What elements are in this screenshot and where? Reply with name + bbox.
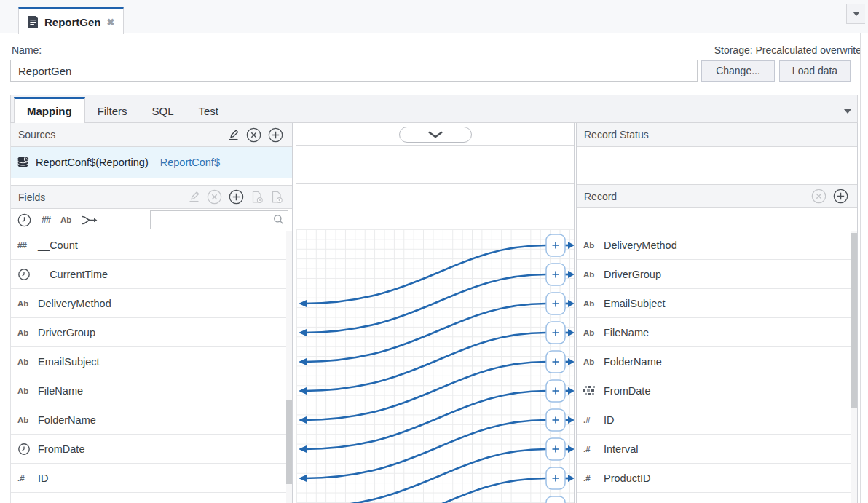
source-field-row[interactable]: AbDeliveryMethod: [11, 289, 292, 318]
mapping-connection[interactable]: [299, 409, 575, 482]
fields-scrollbar-thumb[interactable]: [286, 400, 292, 484]
mapping-connection[interactable]: [299, 380, 575, 453]
source-field-row[interactable]: ##__Count: [11, 231, 292, 260]
tab-mapping[interactable]: Mapping: [14, 97, 85, 123]
record-field-row[interactable]: AbFileName: [577, 318, 857, 347]
change-storage-button[interactable]: Change...: [701, 60, 775, 82]
mapping-connection[interactable]: [299, 351, 575, 424]
source-row[interactable]: ReportConf$(Reporting) ReportConf$: [11, 147, 292, 178]
tab-sql[interactable]: SQL: [140, 99, 186, 122]
mapping-plus-node[interactable]: [546, 409, 565, 431]
arrow-right-icon: [568, 416, 575, 424]
file-tab-close-icon[interactable]: ✖: [107, 17, 115, 28]
record-fields-list: AbDeliveryMethodAbDriverGroupAbEmailSubj…: [577, 231, 857, 503]
chevron-down-icon: [853, 12, 860, 16]
filter-merge-icon[interactable]: [82, 215, 98, 226]
clock-type-icon: [17, 443, 38, 456]
fields-scrollbar[interactable]: [286, 231, 292, 503]
filter-number-icon[interactable]: ##: [42, 215, 50, 225]
source-field-row[interactable]: __CurrentTime: [11, 260, 292, 289]
collapse-button[interactable]: [399, 127, 472, 143]
text-type-icon: Ab: [583, 299, 604, 308]
copy-fields-icon[interactable]: [250, 191, 264, 204]
edit-field-icon[interactable]: [188, 191, 200, 203]
source-table-link[interactable]: ReportConf$: [160, 157, 220, 168]
source-field-row[interactable]: AbFolderName: [11, 405, 292, 435]
mapping-plus-node[interactable]: [546, 496, 565, 503]
arrow-right-icon: [568, 475, 575, 482]
mapping-plus-node[interactable]: [546, 322, 565, 344]
source-field-row[interactable]: .#ID: [11, 464, 292, 493]
filter-datetime-icon[interactable]: [17, 213, 31, 227]
mapping-plus-node[interactable]: [546, 380, 565, 402]
source-field-row[interactable]: AbEmailSubject: [11, 347, 292, 376]
canvas-sources-band: [296, 146, 574, 184]
source-field-row[interactable]: AbFileName: [11, 376, 292, 405]
sources-header: Sources: [11, 123, 292, 147]
load-data-button[interactable]: Load data: [779, 60, 851, 82]
record-field-row[interactable]: .#ProductID: [577, 464, 857, 493]
source-field-row[interactable]: AbDriverGroup: [11, 318, 292, 347]
mapping-connection[interactable]: [299, 234, 575, 307]
record-field-row[interactable]: AbFolderName: [577, 347, 857, 376]
field-label: DriverGroup: [604, 269, 661, 280]
arrow-left-icon: [299, 387, 307, 395]
mapping-connection[interactable]: [299, 467, 575, 503]
edit-source-icon[interactable]: [227, 129, 240, 141]
source-field-row[interactable]: FromDate: [11, 435, 292, 464]
mapping-connection[interactable]: [299, 322, 575, 395]
mapping-grid[interactable]: [296, 229, 574, 503]
file-tab-label: ReportGen: [44, 16, 101, 28]
file-tab-list-dropdown[interactable]: [846, 4, 865, 24]
record-header: Record: [577, 184, 857, 208]
record-panel: Record Status Record AbDeliveryMethodAbD…: [576, 123, 858, 503]
paste-fields-icon[interactable]: [270, 191, 283, 204]
mapping-connection[interactable]: [299, 496, 575, 503]
mapping-plus-node[interactable]: [546, 467, 565, 489]
mapping-plus-node[interactable]: [546, 234, 565, 256]
chevron-down-icon: [427, 131, 443, 138]
file-tab-bar: ReportGen ✖: [0, 0, 868, 33]
text-type-icon: Ab: [17, 328, 38, 337]
mapping-wires: [296, 229, 575, 503]
record-field-row[interactable]: .#ID: [577, 405, 857, 435]
text-type-icon: Ab: [17, 387, 38, 395]
remove-field-icon[interactable]: [207, 189, 222, 205]
tab-filters[interactable]: Filters: [85, 99, 140, 122]
field-label: ID: [38, 472, 49, 484]
field-search-input[interactable]: [150, 210, 288, 229]
record-field-row[interactable]: AbDriverGroup: [577, 260, 857, 289]
arrow-right-icon: [568, 387, 575, 395]
mapping-connection[interactable]: [299, 264, 575, 336]
record-scrollbar[interactable]: [851, 231, 857, 503]
arrow-left-icon: [299, 329, 307, 336]
field-label: FromDate: [38, 443, 84, 455]
arrow-left-icon: [299, 300, 307, 307]
record-field-row[interactable]: AbDeliveryMethod: [577, 231, 857, 260]
field-label: EmailSubject: [604, 298, 666, 309]
mapping-plus-node[interactable]: [546, 293, 565, 314]
mapping-plus-node[interactable]: [546, 438, 565, 460]
arrow-right-icon: [568, 300, 575, 307]
add-record-field-icon[interactable]: [833, 189, 848, 204]
mapping-connection[interactable]: [299, 293, 575, 365]
name-input[interactable]: [10, 60, 698, 82]
view-tab-overflow-dropdown[interactable]: [837, 100, 857, 122]
field-label: __CurrentTime: [38, 269, 108, 280]
file-tab-reportgen[interactable]: ReportGen ✖: [18, 7, 124, 34]
tab-test[interactable]: Test: [186, 99, 232, 122]
canvas-header-band: [296, 184, 574, 229]
add-field-icon[interactable]: [229, 189, 244, 205]
add-source-icon[interactable]: [268, 127, 283, 143]
canvas-top-strip: [296, 123, 574, 146]
record-scrollbar-thumb[interactable]: [851, 233, 857, 408]
mapping-plus-node[interactable]: [546, 351, 565, 373]
record-field-row[interactable]: FromDate: [577, 376, 857, 405]
filter-text-icon[interactable]: Ab: [60, 215, 71, 224]
record-field-row[interactable]: AbEmailSubject: [577, 289, 857, 318]
numeric-id-type-icon: .#: [17, 474, 38, 483]
record-field-row[interactable]: .#Interval: [577, 435, 857, 464]
mapping-plus-node[interactable]: [546, 264, 565, 285]
remove-record-field-icon[interactable]: [811, 189, 826, 204]
remove-source-icon[interactable]: [246, 127, 261, 143]
